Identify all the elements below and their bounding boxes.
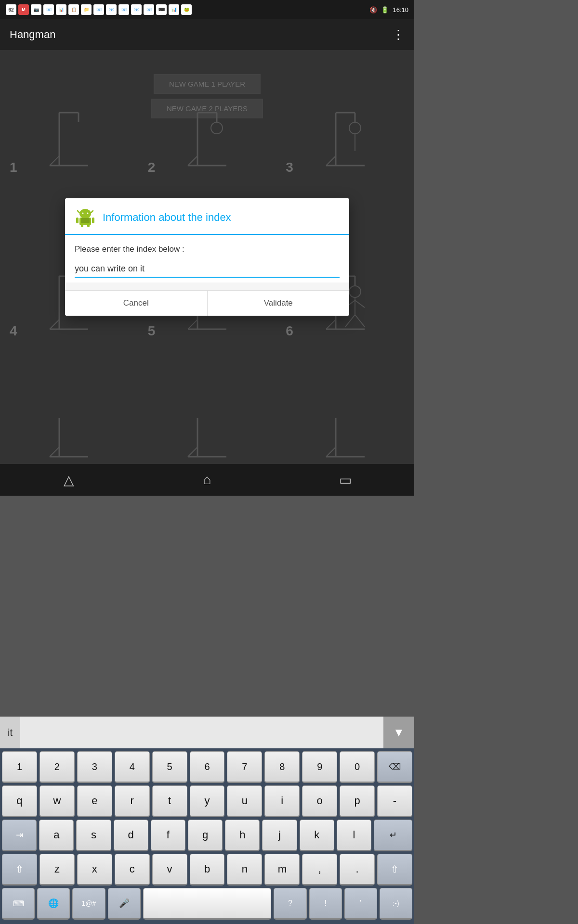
key-i[interactable]: i xyxy=(264,785,300,817)
key-k[interactable]: k xyxy=(300,820,334,851)
key-u[interactable]: u xyxy=(227,785,262,817)
key-s[interactable]: s xyxy=(76,820,111,851)
key-dash[interactable]: - xyxy=(377,785,412,817)
key-c[interactable]: c xyxy=(115,854,150,886)
nav-bar: △ ⌂ ▭ xyxy=(0,464,414,496)
key-r[interactable]: r xyxy=(115,785,150,817)
key-smiley[interactable]: :-) xyxy=(380,888,412,920)
key-question[interactable]: ? xyxy=(274,888,306,920)
key-2[interactable]: 2 xyxy=(39,751,75,783)
key-j[interactable]: j xyxy=(262,820,297,851)
key-d[interactable]: d xyxy=(114,820,148,851)
key-b[interactable]: b xyxy=(190,854,225,886)
key-1[interactable]: 1 xyxy=(2,751,37,783)
status-icon-8: 📧 xyxy=(118,4,129,15)
svg-rect-62 xyxy=(87,224,90,227)
key-5[interactable]: 5 xyxy=(152,751,187,783)
tab-key[interactable]: ⇥ xyxy=(2,820,37,851)
key-6[interactable]: 6 xyxy=(190,751,225,783)
shift-left-key[interactable]: ⇧ xyxy=(2,854,37,886)
language-key[interactable]: 🌐 xyxy=(37,888,70,920)
app-title: Hangman xyxy=(10,28,55,41)
key-f[interactable]: f xyxy=(151,820,185,851)
time-display: 16:10 xyxy=(393,6,408,13)
shift-right-key[interactable]: ⇧ xyxy=(377,854,412,886)
key-t[interactable]: t xyxy=(152,785,187,817)
key-n[interactable]: n xyxy=(227,854,262,886)
numbers-key[interactable]: 1@# xyxy=(72,888,105,920)
dialog: Information about the index Please enter… xyxy=(65,198,349,316)
recents-button[interactable]: ▭ xyxy=(326,464,365,496)
status-icon-5: 📁 xyxy=(81,4,92,15)
status-icon-4: 📋 xyxy=(68,4,79,15)
svg-line-57 xyxy=(91,211,93,213)
microphone-key[interactable]: 🎤 xyxy=(108,888,141,920)
key-9[interactable]: 9 xyxy=(302,751,337,783)
home-button[interactable]: ⌂ xyxy=(188,464,226,496)
key-period[interactable]: . xyxy=(340,854,375,886)
backspace-key[interactable]: ⌫ xyxy=(377,751,412,783)
key-l[interactable]: l xyxy=(337,820,371,851)
key-p[interactable]: p xyxy=(340,785,375,817)
validate-button[interactable]: Validate xyxy=(208,291,350,316)
game-background: NEW GAME 1 PLAYER NEW GAME 2 PLAYERS 1 xyxy=(0,50,414,464)
key-8[interactable]: 8 xyxy=(264,751,300,783)
status-icon-9: 📧 xyxy=(131,4,142,15)
key-3[interactable]: 3 xyxy=(77,751,112,783)
collapse-icon: ▼ xyxy=(393,726,405,739)
key-q[interactable]: q xyxy=(2,785,37,817)
key-x[interactable]: x xyxy=(77,854,112,886)
enter-key[interactable]: ↵ xyxy=(374,820,412,851)
key-m[interactable]: m xyxy=(264,854,300,886)
key-g[interactable]: g xyxy=(188,820,223,851)
keyboard-bottom-row: ⌨ 🌐 1@# 🎤 ? ! ' :-) xyxy=(2,888,412,920)
back-icon: △ xyxy=(64,472,74,488)
back-button[interactable]: △ xyxy=(50,464,88,496)
dialog-header: Information about the index xyxy=(65,198,349,235)
status-icon-10: 📧 xyxy=(144,4,154,15)
keyboard-area: it ▼ 1 2 3 4 5 6 7 8 9 0 ⌫ q w e r t y xyxy=(0,717,414,924)
status-icon-3: 📊 xyxy=(56,4,66,15)
keyboard-zxcv-row: ⇧ z x c v b n m , . ⇧ xyxy=(2,854,412,886)
index-input[interactable] xyxy=(75,261,340,278)
recents-icon: ▭ xyxy=(339,472,352,488)
key-w[interactable]: w xyxy=(39,785,75,817)
svg-rect-63 xyxy=(76,218,79,223)
space-key[interactable] xyxy=(143,888,272,920)
suggestion-word[interactable]: it xyxy=(0,727,20,738)
key-exclamation[interactable]: ! xyxy=(309,888,342,920)
status-icon-13: 🐸 xyxy=(181,4,192,15)
key-e[interactable]: e xyxy=(77,785,112,817)
suggestion-collapse-button[interactable]: ▼ xyxy=(383,717,414,748)
key-o[interactable]: o xyxy=(302,785,337,817)
dialog-buttons: Cancel Validate xyxy=(65,290,349,316)
key-a[interactable]: a xyxy=(39,820,74,851)
key-y[interactable]: y xyxy=(190,785,225,817)
status-icon-11: ⌨ xyxy=(156,4,167,15)
keyboard-asdf-row: ⇥ a s d f g h j k l ↵ xyxy=(2,820,412,851)
key-comma[interactable]: , xyxy=(302,854,337,886)
status-bar: 62 M 📷 📧 📊 📋 📁 📧 📧 📧 📧 📧 ⌨ 📊 🐸 🔇 🔋 16:10 xyxy=(0,0,414,19)
key-v[interactable]: v xyxy=(152,854,187,886)
overflow-menu-icon[interactable]: ⋮ xyxy=(392,27,405,42)
dialog-overlay: Information about the index Please enter… xyxy=(0,50,414,464)
battery-icon: 🔋 xyxy=(381,6,389,13)
keyboard-switch-key[interactable]: ⌨ xyxy=(2,888,35,920)
android-logo-icon xyxy=(75,207,96,228)
svg-point-59 xyxy=(87,213,89,214)
key-7[interactable]: 7 xyxy=(227,751,262,783)
suggestion-main-area xyxy=(20,717,383,748)
key-apostrophe[interactable]: ' xyxy=(344,888,377,920)
status-icon-signal: 62 xyxy=(6,4,16,15)
status-icons-left: 62 M 📷 📧 📊 📋 📁 📧 📧 📧 📧 📧 ⌨ 📊 🐸 xyxy=(6,4,192,15)
svg-rect-61 xyxy=(81,224,83,227)
cancel-button[interactable]: Cancel xyxy=(65,291,208,316)
key-0[interactable]: 0 xyxy=(340,751,375,783)
key-h[interactable]: h xyxy=(225,820,260,851)
keyboard-rows: 1 2 3 4 5 6 7 8 9 0 ⌫ q w e r t y u i o … xyxy=(0,748,414,924)
status-icon-7: 📧 xyxy=(106,4,117,15)
status-icons-right: 🔇 🔋 16:10 xyxy=(369,6,408,13)
key-4[interactable]: 4 xyxy=(115,751,150,783)
key-z[interactable]: z xyxy=(39,854,75,886)
status-icon-1: 📷 xyxy=(31,4,41,15)
